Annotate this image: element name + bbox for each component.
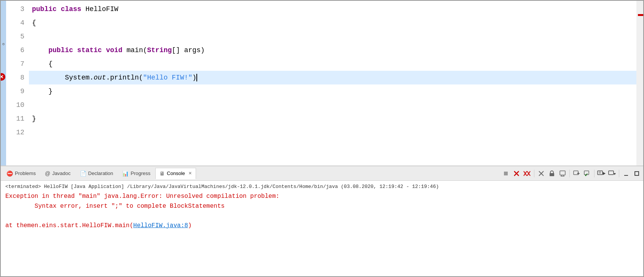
console-view-dropdown-btn[interactable] — [607, 169, 617, 178]
pin-icon — [560, 170, 566, 177]
line-num-12: 12 — [6, 126, 24, 139]
console-error-line3 — [5, 211, 639, 221]
tab-progress-label: Progress — [131, 170, 150, 176]
code-container: ⊖ 3 4 5 6 7 ✕ 8 9 10 11 12 public class … — [1, 1, 643, 166]
sep2 — [569, 170, 570, 177]
stop-icon — [503, 171, 509, 176]
error-marker — [638, 14, 643, 16]
code-line-5 — [29, 30, 636, 43]
svg-rect-17 — [584, 171, 589, 175]
code-line-10 — [29, 98, 636, 112]
open-console-btn[interactable] — [582, 169, 592, 178]
line-num-8: ✕ 8 — [6, 71, 24, 84]
svg-marker-23 — [614, 173, 616, 175]
line-num-7: 7 — [6, 57, 24, 71]
console-error-line4: at themen.eins.start.HelloFIW.main(Hello… — [5, 221, 639, 231]
code-line-3: public class HelloFIW — [29, 2, 636, 16]
tab-javadoc-label: Javadoc — [52, 170, 70, 176]
code-line-9: } — [29, 84, 636, 98]
maximize-icon — [634, 171, 639, 176]
line-num-9: 9 — [6, 84, 24, 98]
bottom-panel: ⛔ Problems @ Javadoc 📄 Declaration 📊 Pro… — [1, 166, 643, 276]
line-numbers: 3 4 5 6 7 ✕ 8 9 10 11 12 — [6, 1, 29, 166]
console-tab-close[interactable]: ✕ — [188, 171, 192, 176]
right-scrollbar[interactable] — [636, 1, 643, 166]
code-line-6: public static void main(String[] args) — [29, 43, 636, 57]
line-num-11: 11 — [6, 112, 24, 126]
svg-rect-9 — [550, 173, 554, 176]
console-tab-icon: 🖥 — [159, 170, 165, 177]
declaration-tab-icon: 📄 — [80, 170, 86, 177]
terminate-all-btn[interactable] — [522, 169, 532, 178]
tab-javadoc[interactable]: @ Javadoc — [41, 168, 75, 179]
display-console-btn[interactable] — [596, 169, 606, 178]
tab-console[interactable]: 🖥 Console ✕ — [155, 168, 196, 179]
tab-problems-label: Problems — [15, 170, 36, 176]
tab-declaration-label: Declaration — [88, 170, 113, 176]
tab-declaration[interactable]: 📄 Declaration — [76, 168, 118, 179]
console-output[interactable]: <terminated> HelloFIW [Java Application]… — [1, 181, 643, 276]
fold-indicator-6[interactable]: ⊖ — [1, 42, 6, 46]
open-console-icon — [584, 170, 591, 177]
svg-rect-25 — [635, 172, 639, 175]
problems-tab-icon: ⛔ — [6, 170, 13, 177]
line-num-10: 10 — [6, 98, 24, 112]
svg-rect-22 — [609, 171, 614, 175]
line-num-6: 6 — [6, 43, 24, 57]
code-line-4: { — [29, 16, 636, 30]
pin-btn[interactable] — [558, 169, 567, 178]
code-line-7: { — [29, 57, 636, 71]
editor-area: ⊖ 3 4 5 6 7 ✕ 8 9 10 11 12 public class … — [1, 1, 643, 166]
minimize-icon — [623, 171, 629, 176]
tab-progress[interactable]: 📊 Progress — [118, 168, 155, 179]
svg-rect-0 — [504, 172, 508, 175]
code-line-12 — [29, 126, 636, 139]
svg-rect-14 — [574, 171, 578, 175]
console-view-dropdown-icon — [608, 170, 616, 177]
svg-rect-10 — [560, 171, 565, 175]
sep3 — [594, 170, 595, 177]
console-error-line1: Exception in thread "main" java.lang.Err… — [5, 192, 639, 202]
svg-rect-18 — [598, 171, 603, 175]
terminate-btn[interactable] — [512, 169, 521, 178]
line-num-4: 4 — [6, 16, 24, 30]
code-line-11: } — [29, 112, 636, 126]
sep4 — [619, 170, 619, 177]
new-console-btn[interactable] — [572, 169, 582, 178]
console-error-link[interactable]: HelloFIW.java:8 — [133, 222, 188, 229]
javadoc-tab-icon: @ — [45, 170, 50, 177]
lock-btn[interactable] — [547, 169, 557, 178]
remove-icon — [538, 170, 544, 177]
code-line-8: System.out.println("Hello FIW!") — [29, 71, 636, 84]
tab-bar: ⛔ Problems @ Javadoc 📄 Declaration 📊 Pro… — [1, 166, 643, 181]
maximize-btn[interactable] — [632, 169, 642, 178]
terminate-all-icon — [523, 170, 531, 177]
progress-tab-icon: 📊 — [122, 170, 129, 177]
console-error-block: Exception in thread "main" java.lang.Err… — [5, 192, 639, 231]
console-terminated-line: <terminated> HelloFIW [Java Application]… — [5, 184, 639, 189]
code-content[interactable]: public class HelloFIW { public static vo… — [29, 1, 636, 166]
svg-marker-21 — [603, 172, 606, 175]
tab-problems[interactable]: ⛔ Problems — [2, 168, 40, 179]
console-error-line2: Syntax error, insert ";" to complete Blo… — [5, 202, 639, 212]
tab-console-label: Console — [167, 170, 185, 176]
terminate-icon — [513, 170, 520, 177]
remove-btn[interactable] — [536, 169, 546, 178]
tab-toolbar — [501, 169, 642, 178]
minimize-btn[interactable] — [621, 169, 631, 178]
line-num-5: 5 — [6, 30, 24, 43]
stop-btn[interactable] — [501, 169, 511, 178]
line-num-3: 3 — [6, 2, 24, 16]
sep1 — [534, 170, 534, 177]
display-console-icon — [597, 170, 606, 177]
lock-icon — [549, 170, 555, 177]
new-console-icon — [573, 170, 580, 177]
